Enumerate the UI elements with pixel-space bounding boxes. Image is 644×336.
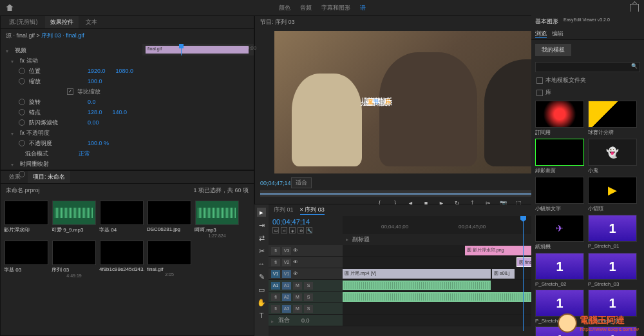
timeline-timecode[interactable]: 00;04;47;14 [272, 218, 339, 226]
playhead[interactable] [181, 44, 182, 55]
template-item[interactable]: 訂閱用 [535, 101, 585, 136]
template-item[interactable]: ✈紙飛機 [535, 215, 585, 250]
track-target-a1[interactable]: A1 [282, 282, 291, 290]
anchor-x[interactable]: 128.0 [88, 109, 102, 115]
mute-button[interactable]: M [293, 305, 302, 313]
bin-item[interactable]: 可爱 9_9.mp3 [52, 201, 97, 238]
track-select-tool-icon[interactable]: ⇥ [257, 221, 266, 230]
template-item[interactable]: 球赛计分牌 [588, 101, 638, 136]
bin-item[interactable]: 字基 03 [4, 241, 49, 278]
snap-icon[interactable]: ⊞ [272, 227, 279, 233]
bin-item[interactable]: 4f8b1c98e245d343... [99, 241, 144, 278]
clip-v1a[interactable]: 圆 片尾.mp4 [V] [343, 269, 491, 279]
home-icon[interactable] [5, 3, 14, 12]
template-item[interactable]: 1P_Stretch_03 [588, 253, 638, 287]
rotation-value[interactable]: 0.0 [88, 99, 96, 105]
ripple-tool-icon[interactable]: ⇄ [257, 233, 266, 242]
twirl-icon[interactable] [11, 161, 16, 166]
eye-icon[interactable]: 👁 [293, 259, 299, 265]
stopwatch-icon[interactable] [19, 78, 25, 84]
track-toggle[interactable]: fi [271, 305, 280, 313]
bin-item[interactable]: DSC06281.jpg [147, 201, 192, 238]
hand-tool-icon[interactable]: ✋ [257, 298, 266, 307]
search-input[interactable] [535, 62, 640, 72]
tab-source[interactable]: 源:(无剪辑) [4, 16, 43, 28]
fit-dropdown[interactable]: 适合 [291, 177, 312, 188]
clip-v1b[interactable]: 圆 a08.j [492, 269, 515, 279]
twirl-icon[interactable] [6, 48, 11, 53]
stopwatch-icon[interactable] [19, 109, 25, 115]
bin-item[interactable]: 字基 04 [99, 201, 144, 238]
uniform-scale-checkbox[interactable]: ✓ [67, 88, 73, 95]
timeline-playhead[interactable] [523, 216, 524, 331]
selection-tool-icon[interactable]: ▸ [257, 208, 266, 217]
program-timecode-left[interactable]: 00;04;47;14 [260, 180, 291, 186]
subtab-browse[interactable]: 浏览 [535, 30, 547, 38]
track-toggle[interactable]: fi [271, 293, 280, 301]
sequence-tab-active[interactable]: × 序列 03 [300, 206, 325, 215]
template-item[interactable]: 綠影畫面 [535, 139, 585, 174]
opacity-value[interactable]: 100.0 % [88, 140, 109, 146]
link-icon[interactable]: ⊂ [281, 227, 287, 233]
track-target-v1[interactable]: V1 [282, 270, 291, 278]
template-item[interactable]: 1P_Stretch_02 [535, 253, 585, 287]
stopwatch-icon[interactable] [19, 140, 25, 146]
solo-button[interactable]: S [304, 293, 313, 301]
bin-item[interactable]: 影片浮水印 [4, 201, 49, 238]
stopwatch-icon[interactable] [19, 68, 25, 74]
template-item[interactable]: ▶小箭頭 [588, 177, 638, 212]
pen-tool-icon[interactable]: ✎ [257, 272, 266, 281]
track-target-v2[interactable]: V2 [282, 259, 291, 266]
twirl-icon[interactable] [271, 318, 276, 323]
tab-effect-controls[interactable]: 效果控件 [45, 16, 79, 28]
bin-item[interactable]: 序列 034:49:19 [52, 241, 97, 278]
bin-item[interactable]: final.gif2:05 [147, 241, 192, 278]
track-toggle[interactable]: fi [271, 247, 280, 255]
twirl-icon[interactable] [11, 58, 16, 63]
template-item[interactable]: 小幅加文字 [535, 177, 585, 212]
tab-audio[interactable]: 音频 [300, 4, 312, 12]
eye-icon[interactable]: 👁 [293, 248, 299, 253]
rect-tool-icon[interactable]: ▭ [257, 285, 266, 294]
local-folder-checkbox[interactable] [536, 77, 543, 84]
twirl-icon[interactable] [346, 236, 351, 241]
track-target-v3[interactable]: V3 [282, 247, 291, 255]
template-item[interactable]: 1P_Stretch_01 [588, 215, 638, 250]
bin-item[interactable]: 呵呵.mp31:27:824 [194, 201, 240, 238]
tab-captions[interactable]: 语 [360, 4, 366, 12]
clip-bar[interactable]: final.gif [146, 46, 249, 54]
tab-easyedit[interactable]: EasyEdit Viewer v3.2.0 [564, 17, 610, 26]
clip-a1[interactable] [343, 281, 491, 290]
eye-icon[interactable]: 👁 [293, 271, 299, 277]
effect-timeline[interactable]: 00;04;40;00 00;04;49;00 final.gif [142, 44, 254, 55]
tab-color[interactable]: 颜色 [279, 4, 290, 12]
settings-icon[interactable]: ⚙ [298, 227, 304, 233]
tab-graphics[interactable]: 字幕和图形 [321, 4, 350, 12]
track-target-a3[interactable]: A3 [282, 305, 291, 313]
type-tool-icon[interactable]: T [257, 311, 266, 320]
tab-project[interactable]: 项目: 未命名 [28, 171, 70, 183]
anchor-y[interactable]: 140.0 [113, 109, 128, 115]
clip-a2[interactable] [343, 292, 549, 302]
tab-text[interactable]: 文本 [80, 16, 102, 28]
track-toggle[interactable]: fi [271, 259, 280, 266]
position-x[interactable]: 1920.0 [88, 68, 106, 74]
razor-tool-icon[interactable]: ✂ [257, 246, 266, 255]
solo-button[interactable]: S [304, 305, 313, 313]
my-templates-button[interactable]: 我的模板 [535, 44, 571, 56]
template-item[interactable]: 小鬼 [588, 139, 638, 174]
stock-checkbox[interactable] [536, 90, 543, 96]
stopwatch-icon[interactable] [19, 171, 25, 177]
slip-tool-icon[interactable]: ↔ [257, 259, 266, 268]
track-target-a2[interactable]: A2 [282, 293, 291, 301]
subtab-edit[interactable]: 编辑 [552, 30, 564, 38]
mute-button[interactable]: M [293, 293, 302, 301]
twirl-icon[interactable] [11, 130, 16, 135]
stopwatch-icon[interactable] [19, 99, 25, 105]
export-icon[interactable] [630, 4, 639, 12]
marker-icon[interactable]: ◈ [289, 227, 296, 233]
solo-button[interactable]: S [304, 282, 313, 290]
track-source-v1[interactable]: V1 [271, 270, 280, 278]
tab-essential-graphics[interactable]: 基本图形 [535, 17, 558, 26]
sequence-tab[interactable]: 序列 01 [274, 206, 294, 215]
